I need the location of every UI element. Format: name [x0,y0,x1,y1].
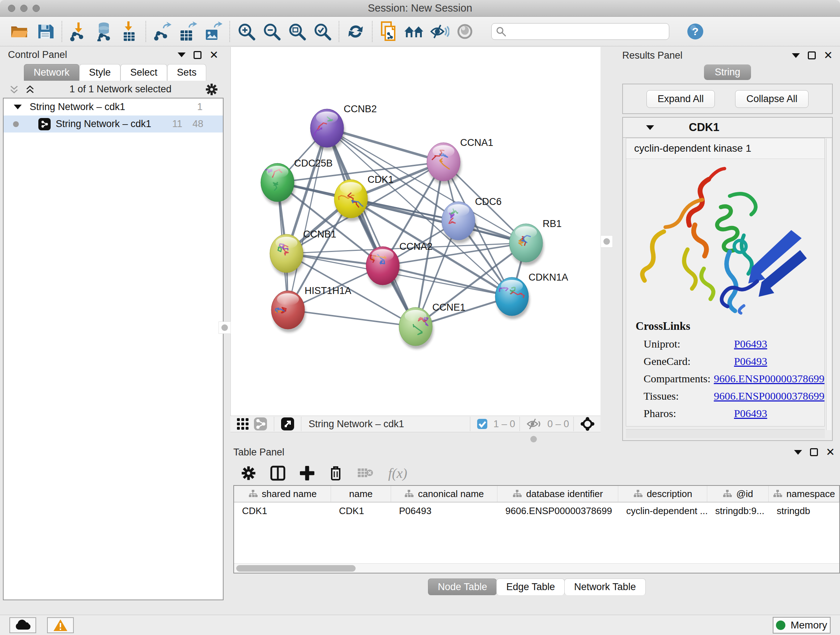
help-button[interactable]: ? [685,20,706,43]
tab-select[interactable]: Select [120,64,167,81]
add-column-button[interactable] [300,466,314,480]
export-network-button[interactable] [150,20,175,43]
import-network-database-button[interactable] [91,20,117,43]
zoom-out-button[interactable] [259,20,284,43]
tree-expander-icon[interactable] [14,105,22,109]
delete-column-button[interactable] [329,465,343,481]
show-columns-button[interactable] [270,466,286,481]
table-cell[interactable]: cyclin-dependent ... [618,502,707,519]
column-header-shared-name[interactable]: shared name [234,486,331,502]
crosslink-link[interactable]: 9606.ENSP00000378699 [714,372,824,385]
column-header-database-identifier[interactable]: database identifier [497,486,618,502]
close-panel-icon[interactable]: ✕ [210,50,218,60]
tab-network-table[interactable]: Network Table [564,578,646,595]
duplicate-network-button[interactable] [376,20,401,43]
export-table-button[interactable] [175,20,201,43]
network-collection-row[interactable]: String Network – cdk1 1 [4,98,223,116]
column-header-description[interactable]: description [618,486,707,502]
bottom-split-handle[interactable] [529,434,538,444]
cloud-status-button[interactable] [9,617,36,633]
float-panel-icon[interactable] [808,51,816,59]
network-row[interactable]: String Network – cdk1 11 48 [4,116,223,133]
network-edge[interactable] [327,128,416,326]
float-panel-icon[interactable] [194,51,202,59]
collapse-panel-icon[interactable] [792,53,800,58]
warnings-button[interactable] [47,617,74,633]
zoom-fit-button[interactable] [284,20,309,43]
tab-network[interactable]: Network [24,64,79,81]
network-edge[interactable] [288,310,416,326]
export-image-button[interactable] [201,20,226,43]
selected-filter-checkbox[interactable] [475,418,490,429]
tab-sets[interactable]: Sets [167,64,206,81]
tab-style[interactable]: Style [79,64,120,81]
fit-selected-button[interactable] [578,417,597,431]
table-cell[interactable]: stringdb [769,502,839,519]
results-horizontal-scrollbar[interactable] [626,429,825,438]
network-graph[interactable]: CCNB2CCNA1CDC25BCDK1CDC6RB1CCNB1CCNA2CDK… [231,47,601,416]
results-vertical-scrollbar[interactable] [826,139,831,430]
collapse-panel-icon[interactable] [794,450,802,455]
collapse-panel-icon[interactable] [178,52,186,57]
scrollbar-thumb[interactable] [236,565,355,572]
right-split-handle[interactable] [600,235,613,248]
first-neighbors-button[interactable] [401,20,427,43]
table-cell[interactable]: 9606.ENSP00000378699 [497,502,618,519]
table-cell[interactable]: CDK1 [234,502,331,519]
table-cell[interactable]: P06493 [391,502,497,519]
hidden-filter-button[interactable] [524,418,544,430]
network-node-cdc6[interactable]: CDC6 [442,196,502,243]
hide-selected-button[interactable] [427,20,452,43]
network-node-ccne1[interactable]: CCNE1 [399,302,466,349]
birdseye-toggle-button[interactable] [234,417,251,431]
network-node-rb1[interactable]: RB1 [509,218,562,265]
table-settings-button[interactable] [241,466,256,480]
expand-all-icon[interactable] [25,84,35,95]
gene-section-header[interactable]: CDK1 [623,118,832,138]
expand-all-button[interactable]: Expand All [646,90,715,108]
close-panel-icon[interactable]: ✕ [826,447,835,458]
network-node-hist1h1a[interactable]: HIST1H1A [271,285,351,333]
collapse-all-icon[interactable] [9,84,19,95]
tab-string[interactable]: String [704,65,752,80]
network-edge[interactable] [288,128,327,310]
network-node-cdkn1a[interactable]: CDKN1A [495,272,568,319]
column-header--id[interactable]: @id [707,486,769,502]
network-node-ccnb1[interactable]: CCNB1 [270,229,336,276]
network-share-button[interactable] [251,417,270,431]
network-node-cdk1[interactable]: CDK1 [334,174,393,221]
column-header-name[interactable]: name [331,486,391,502]
import-table-file-button[interactable] [117,20,142,43]
float-panel-icon[interactable] [810,448,818,456]
section-expander-icon[interactable] [646,125,654,130]
open-session-button[interactable] [7,20,33,43]
save-session-button[interactable] [33,20,58,43]
search-input[interactable] [510,26,665,37]
network-canvas[interactable]: CCNB2CCNA1CDC25BCDK1CDC6RB1CCNB1CCNA2CDK… [231,47,600,416]
tab-edge-table[interactable]: Edge Table [496,578,565,595]
column-header-canonical-name[interactable]: canonical name [391,486,497,502]
collapse-all-button[interactable]: Collapse All [735,90,808,108]
delete-table-button[interactable] [357,467,374,479]
table-cell[interactable]: CDK1 [331,502,391,519]
crosslink-link[interactable]: P06493 [734,407,767,420]
zoom-in-button[interactable] [234,20,259,43]
main-toolbar: ? [0,17,840,46]
column-header-namespace[interactable]: namespace [769,486,839,502]
crosslink-link[interactable]: P06493 [734,355,767,367]
close-panel-icon[interactable]: ✕ [824,50,833,61]
detach-view-button[interactable] [279,417,297,431]
zoom-selected-button[interactable] [309,20,335,43]
table-cell[interactable]: stringdb:9... [707,502,769,519]
gear-icon[interactable] [205,83,218,96]
network-bullet-icon [13,121,19,127]
show-all-button[interactable] [452,20,477,43]
tab-node-table[interactable]: Node Table [428,578,497,595]
crosslink-link[interactable]: 9606.ENSP00000378699 [714,390,824,402]
memory-button[interactable]: Memory [773,617,831,633]
import-network-file-button[interactable] [66,20,91,43]
left-split-handle[interactable] [218,321,231,334]
function-builder-button[interactable]: f(x) [388,465,407,481]
crosslink-link[interactable]: P06493 [734,338,767,350]
refresh-network-button[interactable] [343,20,368,43]
